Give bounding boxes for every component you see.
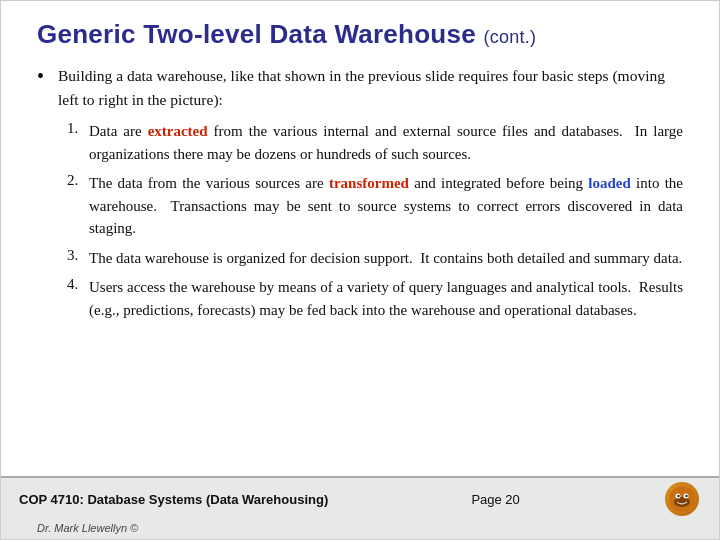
bullet-text: Building a data warehouse, like that sho… bbox=[58, 64, 683, 112]
item-number-1: 1. bbox=[67, 120, 89, 137]
item-text-1: Data are extracted from the various inte… bbox=[89, 120, 683, 165]
svg-point-1 bbox=[674, 497, 690, 507]
item-text-3: The data warehouse is organized for deci… bbox=[89, 247, 682, 270]
highlight-extracted: extracted bbox=[148, 123, 208, 139]
slide-content: Generic Two-level Data Warehouse (cont.)… bbox=[1, 1, 719, 476]
list-item: 3. The data warehouse is organized for d… bbox=[67, 247, 683, 270]
highlight-transformed: transformed bbox=[329, 175, 409, 191]
list-item: 4. Users access the warehouse by means o… bbox=[67, 276, 683, 321]
gator-logo bbox=[665, 482, 699, 516]
numbered-list: 1. Data are extracted from the various i… bbox=[67, 120, 683, 321]
footer: COP 4710: Database Systems (Data Warehou… bbox=[1, 476, 719, 539]
gator-svg bbox=[668, 485, 696, 513]
list-item: 1. Data are extracted from the various i… bbox=[67, 120, 683, 165]
title-main: Generic Two-level Data Warehouse bbox=[37, 19, 476, 49]
item-number-3: 3. bbox=[67, 247, 89, 264]
footer-logo-area bbox=[663, 482, 701, 516]
item-number-2: 2. bbox=[67, 172, 89, 189]
svg-point-5 bbox=[685, 495, 687, 497]
item-text-2: The data from the various sources are tr… bbox=[89, 172, 683, 240]
item-text-4: Users access the warehouse by means of a… bbox=[89, 276, 683, 321]
main-bullet: • Building a data warehouse, like that s… bbox=[37, 64, 683, 112]
highlight-loaded: loaded bbox=[588, 175, 631, 191]
footer-page: Page 20 bbox=[471, 492, 519, 507]
title-cont: (cont.) bbox=[483, 27, 536, 47]
footer-row2: Dr. Mark Llewellyn © bbox=[1, 518, 719, 539]
footer-author: Dr. Mark Llewellyn © bbox=[19, 522, 138, 536]
slide-title: Generic Two-level Data Warehouse (cont.) bbox=[37, 19, 683, 50]
item-number-4: 4. bbox=[67, 276, 89, 293]
svg-point-4 bbox=[677, 495, 679, 497]
list-item: 2. The data from the various sources are… bbox=[67, 172, 683, 240]
footer-course: COP 4710: Database Systems (Data Warehou… bbox=[19, 492, 328, 507]
slide: Generic Two-level Data Warehouse (cont.)… bbox=[0, 0, 720, 540]
bullet-dot: • bbox=[37, 65, 44, 88]
footer-row1: COP 4710: Database Systems (Data Warehou… bbox=[1, 478, 719, 518]
footer-course-text: COP 4710: Database Systems (Data Warehou… bbox=[19, 492, 328, 507]
